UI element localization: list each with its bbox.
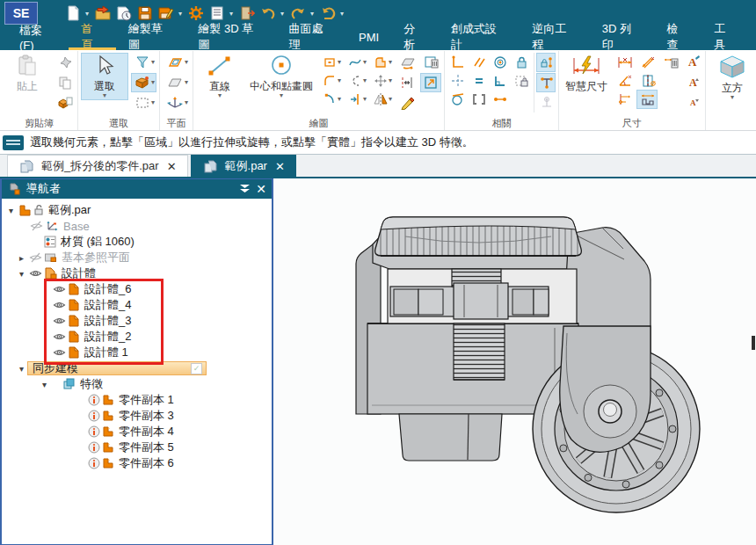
align-dimension-icon[interactable] — [396, 73, 418, 92]
save-as-button[interactable] — [156, 4, 175, 23]
dropdown-caret-icon[interactable]: ▾ — [229, 10, 233, 18]
tangent-icon[interactable] — [447, 90, 467, 109]
sketch-relations-icon[interactable] — [536, 93, 556, 113]
dropdown-caret-icon[interactable]: ▾ — [363, 60, 367, 65]
rectangle-icon[interactable]: ▾ — [319, 53, 343, 72]
dropdown-caret-icon[interactable]: ▾ — [85, 10, 89, 18]
tree-item-part-copy-3[interactable]: 零件副本 3 — [2, 408, 272, 424]
synchronous-modeling-bar[interactable]: 同步建模✓ — [27, 361, 207, 375]
delete-dimension-icon[interactable] — [659, 53, 680, 72]
grow-a-icon[interactable]: A — [683, 73, 702, 92]
contour-icon[interactable]: ▾ — [370, 53, 394, 72]
undo-button[interactable] — [258, 4, 277, 23]
expander-open-icon[interactable]: ▾ — [5, 206, 17, 215]
dropdown-caret-icon[interactable]: ▾ — [185, 100, 188, 105]
perpendicular-icon[interactable] — [447, 53, 467, 72]
horizontal-vertical-icon[interactable] — [447, 71, 467, 91]
menu-tab-11[interactable]: 工具 — [701, 26, 749, 50]
distance-between-icon[interactable] — [614, 53, 635, 72]
properties-list-button[interactable] — [207, 4, 226, 23]
menu-tab-4[interactable]: 曲面處理 — [277, 26, 346, 50]
menu-tab-7[interactable]: 創成式設計 — [439, 26, 520, 50]
part-paste-icon[interactable] — [54, 93, 75, 113]
dropdown-caret-icon[interactable]: ▾ — [363, 78, 367, 84]
create-part-copy-icon[interactable] — [54, 53, 75, 72]
menu-tab-8[interactable]: 逆向工程 — [520, 26, 589, 50]
tree-item-design-body-1[interactable]: 設計體 1 — [2, 345, 272, 360]
expander-open-icon[interactable]: ▾ — [16, 269, 27, 279]
dropdown-caret-icon[interactable]: ▾ — [151, 100, 155, 105]
close-tab-icon[interactable]: ✕ — [167, 160, 177, 173]
trim-icon[interactable]: ▾ — [345, 90, 368, 109]
parallel-icon[interactable] — [469, 53, 488, 72]
relationship-handles-icon[interactable] — [536, 73, 556, 92]
tree-item-design-body-2[interactable]: 設計體_2 — [2, 329, 272, 345]
coordinate-dimension-icon[interactable] — [614, 90, 635, 109]
document-tab-example[interactable]: 範例.par ✕ — [191, 155, 296, 177]
mirror-icon[interactable]: ▾ — [370, 90, 394, 109]
arc-icon[interactable]: ▾ — [319, 90, 343, 109]
fillet-icon[interactable]: ▾ — [319, 71, 343, 91]
equal-icon[interactable] — [469, 71, 488, 91]
close-window-button[interactable] — [236, 4, 256, 23]
dropdown-caret-icon[interactable]: ▾ — [389, 97, 392, 102]
menu-tab-10[interactable]: 檢查 — [655, 26, 702, 50]
revert-button[interactable] — [317, 4, 337, 23]
tree-item-ref-planes[interactable]: ▸基本參照平面 — [2, 250, 272, 265]
concentric-icon[interactable] — [490, 53, 509, 72]
rigid-set-icon[interactable] — [511, 71, 530, 91]
dimension-group-icon[interactable] — [636, 90, 658, 109]
sketch-view-icon[interactable] — [396, 53, 418, 72]
tree-item-part-copy-4[interactable]: 零件副本 4 — [2, 424, 272, 440]
move-icon[interactable]: ▾ — [370, 71, 394, 91]
tree-item-material[interactable]: 材質 (鋁 1060) — [2, 234, 272, 250]
cube-dropdown-caret[interactable]: ▾ — [731, 95, 734, 100]
tree-item-features[interactable]: ▾特徵 — [2, 376, 272, 392]
coordinate-system-icon[interactable]: ▾ — [163, 93, 190, 113]
document-tab-split-part[interactable]: 範例_拆分後的零件.par ✕ — [7, 155, 188, 177]
tree-item-part-copy-1[interactable]: 零件副本 1 — [2, 392, 272, 408]
symmetric-diameter-icon[interactable] — [636, 71, 658, 91]
menu-tab-3[interactable]: 繪製 3D 草圖 — [185, 26, 276, 50]
lock-icon[interactable] — [511, 53, 530, 72]
slant-dimension-icon[interactable] — [636, 53, 658, 72]
tree-item-design-body-4[interactable]: 設計體_4 — [2, 297, 272, 313]
curve-icon[interactable]: ▾ — [345, 53, 368, 72]
select-button[interactable]: 選取 ▾ — [81, 53, 128, 100]
shrink-a-icon[interactable]: A — [683, 93, 702, 113]
copy-icon[interactable] — [54, 73, 75, 92]
tree-item-design-body[interactable]: ▾設計體 — [2, 265, 272, 281]
connect-icon[interactable] — [490, 90, 509, 109]
paste-button[interactable]: 貼上 — [4, 53, 51, 94]
menu-tab-0[interactable]: 檔案(F) — [7, 26, 69, 50]
circle-by-center-button[interactable]: 中心和點畫圓 ▾ — [246, 53, 316, 100]
smart-dimension-button[interactable]: 智慧尺寸 — [562, 53, 611, 94]
line-button[interactable]: 直線 ▾ — [196, 53, 244, 100]
menu-tab-6[interactable]: 分析 — [391, 26, 439, 50]
save-button[interactable] — [134, 4, 154, 23]
perpendicular-corner-icon[interactable] — [490, 71, 509, 91]
open-button[interactable] — [92, 4, 112, 23]
eye-off-icon[interactable] — [29, 251, 42, 264]
save-scheduled-button[interactable] — [113, 4, 133, 23]
fence-select-icon[interactable]: ▾ — [131, 93, 156, 113]
pencil-icon[interactable] — [396, 93, 418, 113]
dropdown-caret-icon[interactable]: ▾ — [389, 78, 392, 84]
dropdown-caret-icon[interactable]: ▾ — [340, 10, 344, 18]
tree-item-design-body-3[interactable]: 設計體_3 — [2, 313, 272, 329]
expander-open-icon[interactable]: ▾ — [39, 380, 50, 389]
tree-item-design-body-6[interactable]: 設計體_6 — [2, 281, 272, 297]
circle-dropdown-caret[interactable]: ▾ — [280, 93, 283, 98]
sync-checkbox[interactable]: ✓ — [191, 363, 202, 374]
line-dropdown-caret[interactable]: ▾ — [218, 93, 222, 98]
dropdown-caret-icon[interactable]: ▾ — [151, 80, 155, 85]
eye-icon[interactable] — [53, 315, 66, 327]
project-edge-icon[interactable] — [420, 73, 441, 92]
dropdown-caret-icon[interactable]: ▾ — [151, 60, 155, 65]
close-panel-icon[interactable]: ✕ — [256, 183, 266, 195]
select-filter-icon[interactable]: ▾ — [131, 53, 156, 72]
menu-tab-1[interactable]: 首頁 — [69, 26, 116, 50]
model-viewport[interactable] — [273, 178, 756, 545]
dropdown-caret-icon[interactable]: ▾ — [185, 80, 188, 85]
dropdown-caret-icon[interactable]: ▾ — [185, 60, 188, 65]
